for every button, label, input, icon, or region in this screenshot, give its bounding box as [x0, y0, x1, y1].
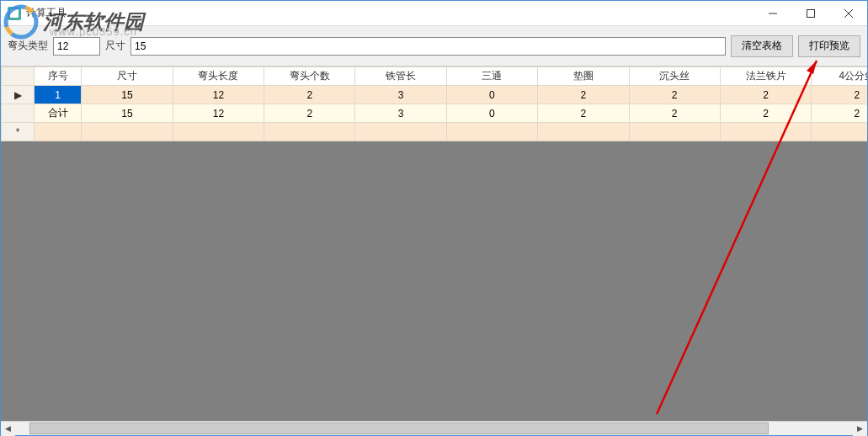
col-header-washer[interactable]: 垫圈 — [538, 67, 629, 86]
col-header-4cm[interactable]: 4公分丝 — [812, 67, 867, 86]
row-indicator-icon: ▶ — [2, 86, 35, 104]
clear-table-button[interactable]: 清空表格 — [731, 35, 793, 57]
cell[interactable] — [720, 123, 811, 141]
type-label: 弯头类型 — [8, 39, 48, 53]
cell[interactable]: 0 — [446, 104, 537, 123]
scroll-thumb[interactable] — [29, 423, 769, 434]
cell[interactable]: 2 — [264, 86, 355, 104]
size-label: 尺寸 — [105, 39, 125, 53]
cell-seq[interactable]: 1 — [35, 86, 82, 104]
horizontal-scrollbar[interactable]: ◀ ▶ — [1, 421, 867, 435]
cell[interactable]: 2 — [812, 104, 867, 123]
col-header-tee[interactable]: 三通 — [446, 67, 537, 86]
cell[interactable]: 2 — [538, 104, 629, 123]
cell[interactable]: 15 — [82, 104, 173, 123]
table-row-new[interactable]: * — [2, 123, 868, 141]
cell-seq[interactable]: 合计 — [35, 104, 82, 123]
scroll-left-icon[interactable]: ◀ — [1, 422, 15, 436]
col-header-seq[interactable]: 序号 — [35, 67, 82, 86]
cell[interactable]: 12 — [173, 86, 264, 104]
cell[interactable]: 2 — [812, 86, 867, 104]
toolbar: 弯头类型 尺寸 清空表格 打印预览 — [1, 26, 867, 66]
grid-area: 序号 尺寸 弯头长度 弯头个数 铁管长 三通 垫圈 沉头丝 法兰铁片 4公分丝 … — [1, 66, 867, 421]
close-button[interactable] — [829, 1, 867, 26]
type-input[interactable] — [53, 37, 100, 56]
scroll-right-icon[interactable]: ▶ — [853, 422, 867, 436]
cell[interactable] — [264, 123, 355, 141]
window-title: 计算工具 — [26, 6, 67, 20]
new-row-indicator-icon: * — [2, 123, 35, 141]
titlebar: 计算工具 — [1, 1, 867, 26]
col-header-countersunk[interactable]: 沉头丝 — [629, 67, 720, 86]
minimize-button[interactable] — [754, 1, 791, 26]
cell[interactable] — [446, 123, 537, 141]
cell[interactable] — [812, 123, 867, 141]
print-preview-button[interactable]: 打印预览 — [798, 35, 860, 57]
cell[interactable]: 15 — [82, 86, 173, 104]
cell[interactable]: 2 — [629, 104, 720, 123]
cell[interactable]: 3 — [355, 104, 446, 123]
app-icon — [8, 7, 21, 20]
size-input[interactable] — [130, 37, 726, 56]
cell[interactable] — [35, 123, 82, 141]
cell[interactable]: 2 — [720, 86, 811, 104]
svg-rect-1 — [10, 9, 19, 18]
cell[interactable] — [355, 123, 446, 141]
row-header — [2, 104, 35, 123]
col-header-size[interactable]: 尺寸 — [82, 67, 173, 86]
col-header-bend-count[interactable]: 弯头个数 — [264, 67, 355, 86]
cell[interactable] — [538, 123, 629, 141]
cell[interactable]: 2 — [629, 86, 720, 104]
table-row[interactable]: ▶ 1 15 12 2 3 0 2 2 2 2 — [2, 86, 868, 104]
cell[interactable] — [82, 123, 173, 141]
cell[interactable]: 0 — [446, 86, 537, 104]
cell[interactable]: 2 — [264, 104, 355, 123]
col-header-bend-length[interactable]: 弯头长度 — [173, 67, 264, 86]
scroll-track[interactable] — [15, 422, 853, 435]
grid-corner[interactable] — [2, 67, 35, 86]
cell[interactable]: 12 — [173, 104, 264, 123]
col-header-pipe-length[interactable]: 铁管长 — [355, 67, 446, 86]
cell[interactable]: 3 — [355, 86, 446, 104]
cell[interactable] — [629, 123, 720, 141]
cell[interactable]: 2 — [538, 86, 629, 104]
cell[interactable]: 2 — [720, 104, 811, 123]
col-header-flange[interactable]: 法兰铁片 — [720, 67, 811, 86]
table-row-total[interactable]: 合计 15 12 2 3 0 2 2 2 2 — [2, 104, 868, 123]
maximize-button[interactable] — [791, 1, 829, 26]
svg-rect-3 — [807, 9, 814, 17]
cell[interactable] — [173, 123, 264, 141]
data-grid[interactable]: 序号 尺寸 弯头长度 弯头个数 铁管长 三通 垫圈 沉头丝 法兰铁片 4公分丝 … — [1, 66, 867, 141]
